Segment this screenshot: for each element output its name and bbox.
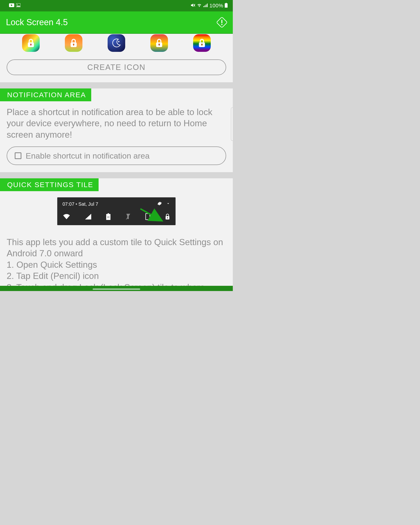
preview-dot: •: [75, 201, 77, 207]
svg-rect-26: [108, 213, 109, 214]
app-bar: Lock Screen 4.5: [0, 11, 233, 34]
battery-icon: [225, 3, 228, 9]
navigation-bar: [0, 286, 233, 291]
create-icon-button[interactable]: CREATE ICON: [7, 59, 226, 75]
notification-area-heading: NOTIFICATION AREA: [0, 88, 91, 101]
icons-section: CREATE ICON: [0, 34, 233, 82]
notification-area-section: NOTIFICATION AREA Place a shortcut in no…: [0, 88, 233, 172]
mute-icon: [191, 3, 195, 9]
quick-settings-heading: QUICK SETTINGS TILE: [0, 178, 99, 191]
svg-rect-5: [203, 6, 204, 7]
svg-rect-9: [226, 3, 227, 3]
wifi-tile-icon: [63, 214, 70, 220]
svg-rect-30: [146, 214, 150, 220]
gear-icon: [157, 201, 162, 207]
icon-preset-row: [0, 34, 233, 59]
svg-rect-12: [221, 20, 222, 23]
chevron-down-icon: [166, 201, 170, 207]
image-icon: [16, 3, 20, 8]
svg-rect-6: [205, 5, 205, 7]
icon-preset-rainbow[interactable]: [22, 34, 40, 52]
svg-rect-16: [31, 45, 31, 46]
youtube-icon: [9, 3, 14, 8]
svg-rect-7: [206, 5, 206, 7]
wifi-icon: [197, 3, 202, 8]
flashlight-tile-icon: [126, 213, 130, 221]
preview-date: Sat, Jul 7: [78, 201, 98, 207]
quick-settings-step-1: 1. Open Quick Settings: [7, 259, 226, 270]
icon-preset-moon[interactable]: [108, 34, 125, 52]
svg-text:77: 77: [107, 216, 110, 218]
svg-point-13: [221, 24, 223, 25]
enable-notification-shortcut-checkbox[interactable]: Enable shortcut in notification area: [7, 146, 226, 165]
portrait-tile-icon: [145, 213, 150, 221]
quick-settings-intro: This app lets you add a custom tile to Q…: [7, 237, 226, 259]
warning-button[interactable]: [215, 16, 228, 29]
app-title: Lock Screen 4.5: [6, 17, 68, 27]
svg-rect-8: [207, 4, 208, 7]
battery-tile-icon: 77: [106, 213, 110, 221]
icon-preset-orange[interactable]: [65, 34, 82, 52]
enable-notification-shortcut-label: Enable shortcut in notification area: [26, 151, 150, 160]
svg-rect-22: [159, 45, 160, 46]
svg-rect-25: [202, 45, 202, 46]
svg-rect-33: [167, 217, 168, 218]
quick-settings-tile-section: QUICK SETTINGS TILE 07:07 • Sat, Jul 7 7…: [0, 178, 233, 291]
svg-rect-19: [73, 45, 74, 46]
scroll-indicator: [231, 107, 233, 141]
icon-preset-pride[interactable]: [193, 34, 211, 52]
cellular-tile-icon: [85, 214, 91, 220]
battery-percent: 100%: [210, 3, 223, 9]
icon-preset-sunset[interactable]: [150, 34, 168, 52]
quick-settings-step-2: 2. Tap Edit (Pencil) icon: [7, 270, 226, 281]
quick-settings-preview: 07:07 • Sat, Jul 7 77: [57, 197, 175, 225]
signal-icon: [203, 3, 208, 8]
nav-handle[interactable]: [93, 288, 140, 290]
svg-rect-10: [225, 3, 228, 8]
notification-area-body: Place a shortcut in notification area to…: [0, 101, 233, 146]
checkbox-box-icon: [15, 152, 21, 159]
status-bar: 100%: [0, 0, 233, 11]
lock-tile-icon: [165, 214, 170, 221]
svg-point-2: [17, 4, 18, 5]
preview-time: 07:07: [63, 201, 74, 207]
